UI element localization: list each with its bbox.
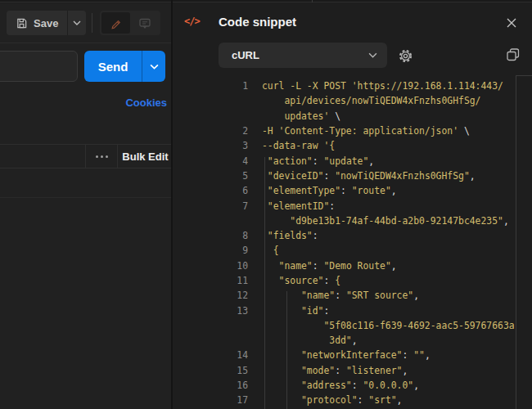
bulk-edit-label: Bulk Edit bbox=[122, 151, 168, 163]
code-line: 3dd", bbox=[262, 335, 358, 346]
comment-toggle-button[interactable] bbox=[130, 12, 159, 34]
code-row: 10 "name": "Demo Route", bbox=[173, 258, 532, 273]
copy-icon bbox=[506, 47, 521, 62]
send-dropdown-button[interactable] bbox=[142, 51, 165, 82]
line-number: 8 bbox=[173, 230, 248, 241]
code-line: -H 'Content-Type: application/json' \ bbox=[262, 125, 470, 137]
line-number: 13 bbox=[173, 305, 248, 317]
code-line: "d9be13b1-74af-44bd-a2b0-92147bc4e235", bbox=[262, 215, 509, 227]
close-icon bbox=[506, 17, 517, 29]
panel-title: Code snippet bbox=[219, 15, 296, 29]
chevron-down-icon bbox=[368, 52, 377, 58]
code-row: api/devices/nowTiQEDW4xFnzhs0GHfSg/ bbox=[173, 93, 532, 108]
code-line: "fields": bbox=[262, 230, 318, 241]
save-split-button: Save bbox=[7, 11, 86, 35]
headers-row-spacer bbox=[0, 145, 85, 168]
line-number: 5 bbox=[173, 170, 248, 182]
scrollbar-thumb-edge bbox=[516, 75, 532, 76]
chevron-down-icon bbox=[73, 20, 81, 25]
code-snippet-panel: </> Code snippet cURL bbox=[173, 3, 532, 409]
code-line: "address": "0.0.0.0", bbox=[262, 380, 419, 391]
indent-guide bbox=[286, 291, 287, 409]
code-row: 16 "address": "0.0.0.0", bbox=[173, 378, 532, 393]
line-number: 14 bbox=[173, 349, 248, 361]
copy-code-button[interactable] bbox=[503, 45, 523, 65]
close-button[interactable] bbox=[502, 13, 521, 33]
toolbar-divider bbox=[92, 13, 92, 33]
language-dropdown-value: cURL bbox=[232, 49, 368, 61]
line-number: 3 bbox=[173, 140, 248, 151]
line-number: 16 bbox=[173, 380, 248, 391]
bulk-edit-button[interactable]: Bulk Edit bbox=[118, 145, 173, 168]
line-number: 17 bbox=[173, 394, 248, 406]
code-line: "id": bbox=[262, 305, 329, 317]
line-number: 1 bbox=[173, 80, 248, 92]
request-toolbar: Save bbox=[0, 3, 172, 43]
send-button-label: Send bbox=[98, 60, 128, 74]
line-number: 12 bbox=[173, 290, 248, 301]
indent-guide bbox=[264, 157, 265, 409]
code-row: 7 "elementID": bbox=[173, 198, 532, 213]
save-button[interactable]: Save bbox=[7, 11, 67, 35]
send-button[interactable]: Send bbox=[84, 51, 142, 82]
code-line: "mode": "listener", bbox=[262, 365, 408, 376]
chevron-down-icon bbox=[150, 64, 159, 70]
code-line: "elementType": "route", bbox=[262, 185, 397, 196]
code-row: 6 "elementType": "route", bbox=[173, 183, 532, 198]
code-row: 12 "name": "SRT source", bbox=[173, 288, 532, 303]
code-row: 3dd", bbox=[173, 333, 532, 348]
save-button-label: Save bbox=[34, 17, 58, 29]
line-number: 10 bbox=[173, 260, 248, 272]
code-line: "action": "update", bbox=[262, 155, 374, 167]
line-number: 4 bbox=[173, 155, 248, 167]
code-editor[interactable]: 1curl -L -X POST 'https://192.168.1.114:… bbox=[173, 79, 532, 409]
window-top-strip bbox=[0, 0, 532, 2]
code-row: "5f08c116-f639-4692-aac5-59767663a bbox=[173, 318, 532, 333]
more-options-icon bbox=[106, 155, 108, 158]
edit-comment-toggle-group bbox=[100, 11, 160, 35]
code-row: 9 { bbox=[173, 243, 532, 258]
code-row: 2-H 'Content-Type: application/json' \ bbox=[173, 124, 532, 138]
code-row: updates' \ bbox=[173, 109, 532, 124]
cookies-link[interactable]: Cookies bbox=[98, 97, 167, 109]
tab-separator bbox=[312, 0, 313, 2]
code-line: "deviceID": "nowTiQEDW4xFnzhs0GHfSg", bbox=[262, 170, 476, 182]
code-row: 1curl -L -X POST 'https://192.168.1.114:… bbox=[173, 79, 532, 93]
more-options-icon bbox=[101, 155, 103, 158]
request-panel: Save bbox=[0, 3, 172, 409]
snippet-settings-button[interactable] bbox=[395, 46, 415, 65]
code-row: 11 "source": { bbox=[173, 273, 532, 288]
send-split-button: Send bbox=[84, 51, 165, 82]
code-rows: 1curl -L -X POST 'https://192.168.1.114:… bbox=[173, 79, 532, 408]
line-number: 15 bbox=[173, 365, 248, 376]
code-row: 4 "action": "update", bbox=[173, 153, 532, 168]
code-line: --data-raw '{ bbox=[262, 140, 335, 151]
language-dropdown[interactable]: cURL bbox=[219, 43, 387, 68]
scrollbar[interactable] bbox=[516, 75, 516, 409]
comment-icon bbox=[138, 17, 151, 29]
code-row: 3--data-raw '{ bbox=[173, 138, 532, 153]
code-line: updates' \ bbox=[262, 110, 340, 122]
line-number: 7 bbox=[173, 200, 248, 212]
line-number: 11 bbox=[173, 275, 248, 286]
code-row: 15 "mode": "listener", bbox=[173, 363, 532, 378]
save-dropdown-button[interactable] bbox=[67, 11, 86, 35]
line-number: 6 bbox=[173, 185, 248, 196]
code-row: 5 "deviceID": "nowTiQEDW4xFnzhs0GHfSg", bbox=[173, 169, 532, 183]
gear-icon bbox=[398, 48, 413, 64]
code-row: "d9be13b1-74af-44bd-a2b0-92147bc4e235", bbox=[173, 213, 532, 228]
headers-actions-row: Bulk Edit bbox=[0, 144, 173, 169]
code-line: "protocol": "srt", bbox=[262, 394, 402, 406]
app-window: Save bbox=[0, 0, 532, 409]
table-row-divider bbox=[0, 197, 173, 198]
line-number: 9 bbox=[173, 245, 248, 256]
code-row: 17 "protocol": "srt", bbox=[173, 393, 532, 407]
code-row: 14 "networkInterface": "", bbox=[173, 348, 532, 362]
code-line: "name": "Demo Route", bbox=[262, 260, 397, 272]
code-line: curl -L -X POST 'https://192.168.1.114:4… bbox=[262, 80, 503, 92]
pencil-icon bbox=[110, 17, 122, 29]
edit-toggle-button[interactable] bbox=[101, 12, 130, 34]
url-input[interactable] bbox=[0, 51, 78, 82]
more-options-button[interactable] bbox=[85, 145, 118, 168]
code-line: "name": "SRT source", bbox=[262, 290, 419, 301]
